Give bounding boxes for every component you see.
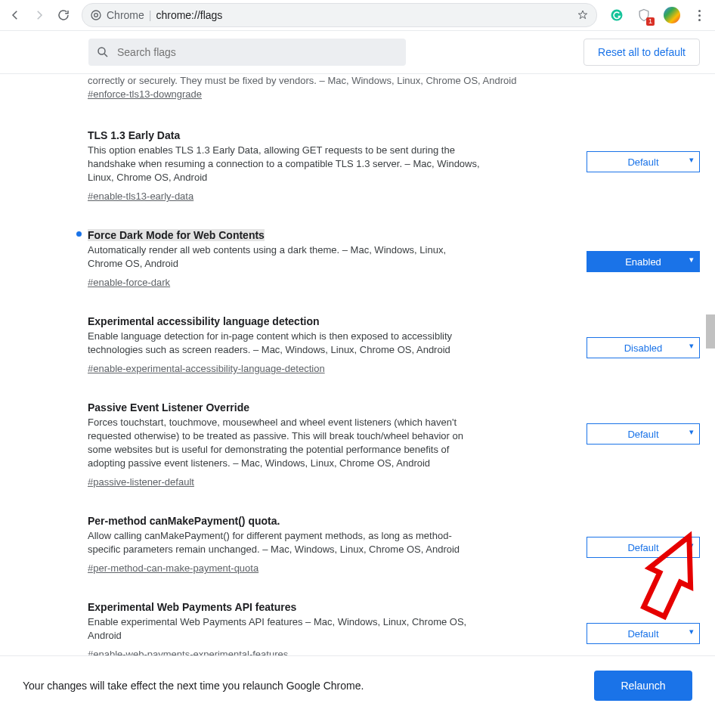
flag-anchor-link[interactable]: #enable-experimental-accessibility-langu… — [88, 363, 325, 374]
flag-select[interactable]: Enabled — [587, 251, 700, 272]
url-path: chrome://flags — [156, 9, 222, 21]
flag-select-wrap: Default — [587, 600, 700, 644]
flag-anchor-link[interactable]: #enable-tls13-early-data — [88, 191, 193, 202]
extension-shield-icon[interactable]: 1 — [636, 8, 652, 23]
flag-description: Enable language detection for in-page co… — [88, 330, 481, 357]
flag-title: TLS 1.3 Early Data — [88, 129, 180, 141]
address-bar[interactable]: Chrome | chrome://flags — [82, 3, 597, 27]
flag-item: TLS 1.3 Early DataThis option enables TL… — [74, 115, 700, 203]
flag-select-wrap: Default — [587, 129, 700, 172]
flag-body: Per-method canMakePayment() quota.Allow … — [83, 514, 587, 575]
flag-item: Experimental accessibility language dete… — [74, 301, 700, 375]
arrow-right-icon — [32, 8, 46, 22]
modified-indicator — [74, 129, 83, 132]
flag-description: Allow calling canMakePayment() for diffe… — [88, 529, 481, 556]
flag-body: Passive Event Listener OverrideForces to… — [83, 401, 587, 488]
relaunch-bar: Your changes will take effect the next t… — [0, 655, 715, 715]
flag-item: Force Dark Mode for Web ContentsAutomati… — [74, 215, 700, 289]
flag-item-partial: correctly or securely. They must be fixe… — [74, 74, 700, 115]
arrow-left-icon — [8, 8, 22, 22]
flag-description: Forces touchstart, touchmove, mousewheel… — [88, 416, 481, 470]
flag-description: This option enables TLS 1.3 Early Data, … — [88, 144, 481, 184]
flags-header: Reset all to default — [0, 31, 715, 74]
bookmark-star-icon[interactable] — [577, 9, 589, 21]
flag-select-wrap: Default — [587, 514, 700, 558]
flag-description: Enable experimental Web Payments API fea… — [88, 615, 481, 643]
flag-select-wrap: Enabled — [587, 228, 700, 272]
flag-title: Passive Event Listener Override — [88, 401, 249, 414]
forward-button[interactable] — [29, 5, 50, 26]
modified-indicator — [74, 314, 83, 318]
flag-select[interactable]: Default — [587, 537, 700, 558]
flag-select[interactable]: Disabled — [587, 337, 700, 358]
scrollbar-thumb[interactable] — [706, 314, 715, 349]
flag-select[interactable]: Default — [587, 423, 700, 445]
browser-toolbar: Chrome | chrome://flags 1 — [0, 0, 715, 31]
search-flags-box[interactable] — [88, 39, 406, 66]
flag-body: TLS 1.3 Early DataThis option enables TL… — [83, 129, 587, 203]
flag-title: Experimental accessibility language dete… — [88, 315, 320, 327]
flag-item: Experimental Web Payments API featuresEn… — [74, 587, 700, 661]
flag-description: Automatically render all web contents us… — [88, 243, 481, 271]
flag-body: Experimental accessibility language dete… — [83, 314, 587, 375]
flag-select-wrap: Default — [587, 401, 700, 445]
modified-indicator — [74, 514, 83, 517]
flag-anchor-link[interactable]: #per-method-can-make-payment-quota — [88, 562, 258, 574]
svg-point-1 — [94, 14, 98, 17]
reload-icon — [57, 8, 70, 22]
relaunch-button[interactable]: Relaunch — [594, 671, 692, 701]
search-icon — [96, 45, 110, 59]
flag-anchor-link[interactable]: #passive-listener-default — [88, 476, 194, 488]
flag-title: Per-method canMakePayment() quota. — [88, 515, 280, 527]
flag-title: Force Dark Mode for Web Contents — [88, 229, 265, 241]
flag-select[interactable]: Default — [587, 151, 700, 172]
flag-description: correctly or securely. They must be fixe… — [88, 74, 700, 88]
flag-item: Per-method canMakePayment() quota.Allow … — [74, 500, 700, 575]
flag-select[interactable]: Default — [587, 623, 700, 644]
modified-indicator — [74, 600, 83, 603]
flag-item: Passive Event Listener OverrideForces to… — [74, 387, 700, 488]
flag-anchor-link[interactable]: #enable-force-dark — [88, 277, 170, 288]
modified-indicator — [74, 401, 83, 404]
flag-body: Force Dark Mode for Web ContentsAutomati… — [83, 228, 587, 289]
flag-anchor-link[interactable]: #enforce-tls13-downgrade — [88, 88, 202, 101]
modified-indicator — [74, 228, 83, 237]
reload-button[interactable] — [53, 5, 74, 26]
extension-grammarly-icon[interactable] — [609, 8, 624, 23]
extension-badge: 1 — [646, 17, 655, 26]
url-separator: | — [149, 9, 152, 21]
profile-avatar[interactable] — [664, 7, 680, 23]
relaunch-message: Your changes will take effect the next t… — [23, 680, 364, 692]
svg-point-0 — [91, 11, 101, 20]
chrome-icon — [90, 9, 102, 21]
svg-point-3 — [98, 48, 105, 54]
search-input[interactable] — [116, 45, 398, 59]
flag-title: Experimental Web Payments API features — [88, 601, 296, 613]
flag-body: Experimental Web Payments API featuresEn… — [83, 600, 587, 661]
flag-select-wrap: Disabled — [587, 314, 700, 358]
flags-scroll-area[interactable]: correctly or securely. They must be fixe… — [0, 74, 715, 671]
menu-button[interactable] — [692, 8, 706, 22]
reset-all-button[interactable]: Reset all to default — [583, 39, 700, 66]
url-host: Chrome — [107, 9, 144, 21]
back-button[interactable] — [5, 5, 26, 26]
